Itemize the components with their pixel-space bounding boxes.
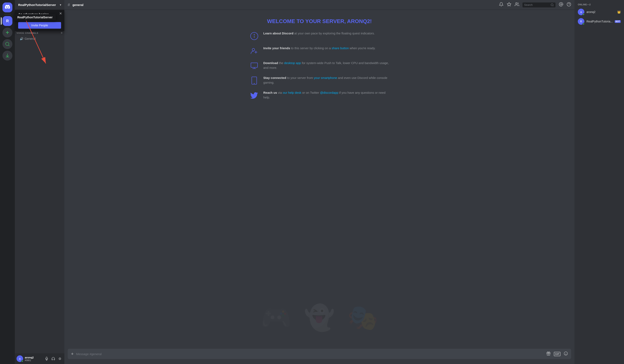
channel-item-voice-general[interactable]: 🔊 General [17,36,63,42]
twitter-icon [249,91,259,100]
help-icon[interactable] [567,2,571,8]
channel-sidebar: RealPythonTutorialServer ▾ ✕ An adventur… [15,0,64,364]
server-sidebar: R + [0,0,15,364]
svg-point-8 [560,3,562,5]
member-sidebar: ONLINE—2 a aronq2 👑 R RealPythonTutoria.… [574,0,624,364]
user-area: a aronq2 #0801 ⚙ [15,353,64,364]
gift-button[interactable] [546,351,550,357]
user-settings-button[interactable]: ⚙ [57,356,63,362]
channel-list: TEXT CHANNELS + # general ⚙ VOICE CHANNE… [15,10,64,353]
nitro-pin-icon[interactable] [507,2,511,8]
bg-ghost-icon-3: 🎭 [347,303,378,332]
welcome-title: WELCOME TO YOUR SERVER, ARONQ2! [77,18,562,24]
user-online-indicator [21,360,23,362]
crown-icon: 👑 [617,10,621,14]
invite-people-button[interactable]: Invite People [18,22,61,29]
svg-point-23 [564,352,568,355]
server-header[interactable]: RealPythonTutorialServer ▾ [15,0,64,10]
at-symbol-button[interactable] [559,2,563,8]
member-avatar-aronq2: a [578,9,584,15]
message-actions: GIF [546,351,568,357]
channel-hash-icon: # [68,2,70,7]
invite-friends-icon [249,46,259,56]
message-input-wrapper: + GIF [68,349,571,359]
server-initial: R [6,19,9,23]
welcome-item-download: Download the desktop app for system-wide… [249,61,390,71]
notification-bell-icon[interactable] [499,2,503,8]
bot-online-dot [582,23,585,25]
search-icon [550,3,554,7]
user-discriminator: #0801 [25,359,42,362]
member-online-dot [582,13,585,15]
channel-name-voice-general: General [25,37,61,40]
server-icon-r[interactable]: R [2,16,12,26]
chevron-down-icon: ▾ [60,3,61,6]
welcome-item-mobile: Stay connected to your server from your … [249,76,390,86]
header-actions: Search [499,2,571,8]
add-voice-channel-button[interactable]: + [60,31,63,35]
twitter-link[interactable]: @discordapp [320,91,338,94]
bg-ghost-icon-1: 🎮 [260,303,292,332]
member-name-bot: RealPythonTutoria... [586,20,613,23]
server-name-tooltip: RealPythonTutorialServer [14,14,56,21]
smartphone-icon [249,76,259,86]
members-icon[interactable] [515,2,519,8]
speaker-icon: 🔊 [20,37,23,40]
svg-point-13 [252,48,255,51]
welcome-item-download-text: Download the desktop app for system-wide… [263,61,390,70]
discord-home-icon[interactable] [2,2,12,12]
welcome-area: WELCOME TO YOUR SERVER, ARONQ2! Learn ab… [64,10,574,349]
emoji-button[interactable] [564,351,568,357]
member-item-aronq2[interactable]: a aronq2 👑 [576,7,622,17]
welcome-items: Learn about Discord at your own pace by … [249,31,390,100]
download-apps-button[interactable] [2,51,12,61]
svg-point-12 [254,34,255,35]
svg-marker-5 [507,2,511,6]
online-members-label: ONLINE—2 [576,3,622,6]
channel-header: # general [64,0,574,10]
welcome-item-help-text: Reach us via our help desk or on Twitter… [263,91,390,100]
member-name-aronq2: aronq2 [586,10,615,14]
main-content: # general [64,0,574,364]
svg-rect-16 [251,63,258,67]
bg-ghost-icons: 🎮 👻 🎭 [64,303,574,332]
member-item-bot[interactable]: R RealPythonTutoria... BOT [576,17,622,26]
help-desk-link[interactable]: our help desk [283,91,301,94]
share-button-link[interactable]: share button [332,46,349,50]
server-name: RealPythonTutorialServer [18,3,60,7]
svg-point-7 [551,4,553,6]
discover-servers-button[interactable] [2,39,12,49]
bot-badge: BOT [615,20,621,23]
welcome-item-invite: Invite your friends to this server by cl… [249,46,390,56]
desktop-app-link[interactable]: desktop app [284,61,301,65]
search-bar[interactable]: Search [522,2,555,7]
username: aronq2 [25,356,42,359]
quest-icon [249,31,259,41]
user-avatar: a [17,355,23,362]
welcome-item-mobile-text: Stay connected to your server from your … [263,76,390,85]
welcome-item-help: Reach us via our help desk or on Twitter… [249,91,390,100]
message-attach-button[interactable]: + [71,349,74,359]
user-controls: ⚙ [44,356,63,362]
add-server-button[interactable]: + [2,28,12,38]
message-area: + GIF [64,349,574,364]
user-avatar-initial: a [19,357,21,360]
gif-button[interactable]: GIF [554,352,560,356]
channel-header-name: general [72,3,83,7]
welcome-item-invite-text: Invite your friends to this server by cl… [263,46,390,51]
svg-point-6 [516,3,517,4]
search-placeholder: Search [524,3,549,6]
mute-button[interactable] [44,356,50,362]
desktop-icon [249,61,259,71]
deafen-button[interactable] [50,356,56,362]
member-avatar-bot: R [578,18,584,25]
message-input[interactable] [76,350,544,358]
welcome-item-learn: Learn about Discord at your own pace by … [249,31,390,41]
bg-ghost-icon-2: 👻 [304,303,335,332]
smartphone-link[interactable]: your smartphone [314,76,337,80]
svg-point-20 [254,83,255,84]
tooltip-close-button[interactable]: ✕ [59,12,62,15]
user-info: aronq2 #0801 [25,356,42,362]
discord-logo [4,4,10,11]
welcome-item-learn-text: Learn about Discord at your own pace by … [263,31,390,36]
